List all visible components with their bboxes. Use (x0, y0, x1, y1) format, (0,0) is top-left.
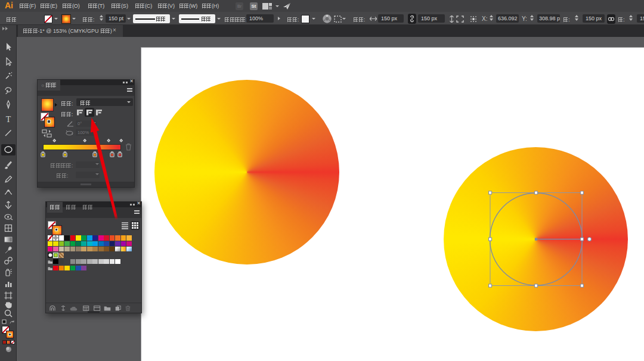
svg-text:T: T (6, 115, 11, 124)
